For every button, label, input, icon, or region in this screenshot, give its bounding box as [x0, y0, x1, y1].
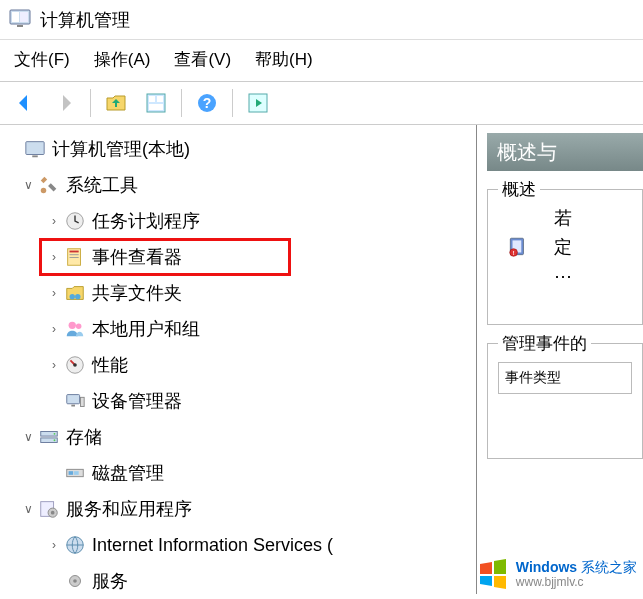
expander-icon[interactable]: ›	[44, 358, 64, 372]
tree-label: 存储	[66, 425, 102, 449]
shared-folder-icon	[64, 282, 86, 304]
tree-label: 任务计划程序	[92, 209, 200, 233]
overview-title: 概述	[498, 178, 540, 201]
toolbar-separator	[181, 89, 182, 117]
svg-point-24	[73, 363, 77, 367]
tree-label: Internet Information Services (	[92, 535, 333, 556]
iis-icon	[64, 534, 86, 556]
tools-icon	[38, 174, 60, 196]
expander-icon[interactable]: ∨	[18, 502, 38, 516]
expander-icon[interactable]: ∨	[18, 430, 38, 444]
svg-rect-6	[157, 96, 163, 102]
tree-services[interactable]: › 服务	[0, 563, 476, 594]
device-manager-icon	[64, 390, 86, 412]
svg-rect-3	[17, 25, 23, 27]
back-button[interactable]	[8, 86, 42, 120]
svg-point-40	[73, 579, 77, 583]
properties-button[interactable]	[139, 86, 173, 120]
tree-label: 磁盘管理	[92, 461, 164, 485]
up-folder-button[interactable]	[99, 86, 133, 120]
event-log-icon: !	[498, 227, 538, 267]
tree-system-tools[interactable]: ∨ 系统工具	[0, 167, 476, 203]
event-type-label: 事件类型	[505, 369, 625, 387]
titlebar: 计算机管理	[0, 0, 643, 40]
expander-icon[interactable]: ›	[44, 250, 64, 264]
tree-performance[interactable]: › 性能	[0, 347, 476, 383]
storage-icon	[38, 426, 60, 448]
details-header: 概述与	[487, 133, 643, 171]
manage-events-title: 管理事件的	[498, 332, 591, 355]
clock-icon	[64, 210, 86, 232]
svg-rect-11	[26, 142, 44, 155]
svg-rect-34	[74, 471, 79, 475]
expander-icon[interactable]: ›	[44, 214, 64, 228]
watermark-url: www.bjjmlv.c	[516, 576, 637, 589]
tree-label: 共享文件夹	[92, 281, 182, 305]
svg-point-22	[76, 324, 82, 330]
watermark-slogan: 系统之家	[581, 559, 637, 575]
expander-icon[interactable]: ›	[44, 538, 64, 552]
tree-label: 设备管理器	[92, 389, 182, 413]
expander-icon[interactable]: ›	[44, 322, 64, 336]
tree-event-viewer[interactable]: › 事件查看器	[40, 239, 290, 275]
tree-shared-folders[interactable]: › 共享文件夹	[0, 275, 476, 311]
tree-label: 本地用户和组	[92, 317, 200, 341]
menu-file[interactable]: 文件(F)	[14, 48, 70, 71]
overview-group: 概述 ! 若 定 ⋯	[487, 189, 643, 325]
performance-icon	[64, 354, 86, 376]
svg-point-31	[54, 439, 56, 441]
tree-label: 计算机管理(本地)	[52, 137, 190, 161]
svg-text:?: ?	[203, 95, 212, 111]
tree-view[interactable]: ▶ 计算机管理(本地) ∨ 系统工具 › 任务计划程序 › 事件查	[0, 125, 477, 594]
menu-help[interactable]: 帮助(H)	[255, 48, 313, 71]
svg-rect-16	[70, 251, 79, 253]
svg-point-30	[54, 433, 56, 435]
tree-services-apps[interactable]: ∨ 服务和应用程序	[0, 491, 476, 527]
overview-text: 若	[554, 204, 572, 233]
content-area: ▶ 计算机管理(本地) ∨ 系统工具 › 任务计划程序 › 事件查	[0, 125, 643, 594]
expander-icon[interactable]: ∨	[18, 178, 38, 192]
window-title: 计算机管理	[40, 8, 130, 32]
show-action-pane-button[interactable]	[241, 86, 275, 120]
svg-rect-7	[149, 104, 163, 110]
watermark: Windows 系统之家 www.bjjmlv.c	[476, 556, 637, 593]
tree-root[interactable]: ▶ 计算机管理(本地)	[0, 131, 476, 167]
toolbar: ?	[0, 82, 643, 125]
event-viewer-icon	[64, 246, 86, 268]
computer-management-icon	[24, 138, 46, 160]
svg-rect-26	[71, 405, 75, 407]
details-pane: 概述与 概述 ! 若 定 ⋯ 管理事件的 事件类型	[477, 125, 643, 594]
overview-text: ⋯	[554, 262, 572, 291]
services-apps-icon	[38, 498, 60, 520]
tree-device-manager[interactable]: › 设备管理器	[0, 383, 476, 419]
svg-rect-27	[81, 397, 85, 406]
toolbar-separator	[232, 89, 233, 117]
svg-rect-2	[20, 12, 28, 22]
svg-rect-12	[32, 155, 38, 157]
users-icon	[64, 318, 86, 340]
tree-label: 服务和应用程序	[66, 497, 192, 521]
tree-local-users[interactable]: › 本地用户和组	[0, 311, 476, 347]
tree-label: 事件查看器	[92, 245, 182, 269]
svg-rect-33	[69, 471, 74, 475]
tree-task-scheduler[interactable]: › 任务计划程序	[0, 203, 476, 239]
menubar: 文件(F) 操作(A) 查看(V) 帮助(H)	[0, 40, 643, 82]
app-icon	[8, 6, 32, 33]
forward-button	[48, 86, 82, 120]
overview-text: 定	[554, 233, 572, 262]
disk-icon	[64, 462, 86, 484]
svg-point-20	[75, 294, 81, 300]
gear-icon	[64, 570, 86, 592]
tree-storage[interactable]: ∨ 存储	[0, 419, 476, 455]
expander-icon[interactable]: ›	[44, 286, 64, 300]
svg-point-21	[69, 322, 76, 329]
menu-action[interactable]: 操作(A)	[94, 48, 151, 71]
svg-point-37	[51, 511, 55, 515]
tree-label: 系统工具	[66, 173, 138, 197]
tree-disk-management[interactable]: › 磁盘管理	[0, 455, 476, 491]
svg-rect-18	[70, 257, 79, 258]
tree-label: 服务	[92, 569, 128, 593]
help-button[interactable]: ?	[190, 86, 224, 120]
tree-iis[interactable]: › Internet Information Services (	[0, 527, 476, 563]
menu-view[interactable]: 查看(V)	[174, 48, 231, 71]
